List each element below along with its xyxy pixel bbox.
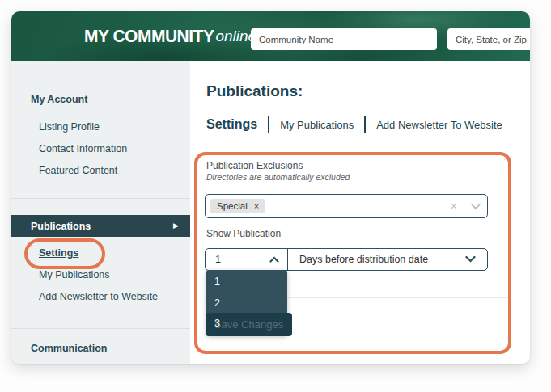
app-body: My Account Listing Profile Contact Infor… xyxy=(11,61,530,364)
tag-remove-icon[interactable]: × xyxy=(254,201,259,211)
chevron-down-icon xyxy=(465,254,476,265)
page-title: Publications: xyxy=(206,82,303,100)
sidebar-item-add-newsletter[interactable]: Add Newsletter to Website xyxy=(39,291,158,302)
brand-logo: MY COMMUNITYonline xyxy=(84,11,256,61)
exclusions-label: Publication Exclusions xyxy=(206,160,303,171)
sidebar-item-contact-information[interactable]: Contact Information xyxy=(39,143,127,154)
brand-title: MY COMMUNITY xyxy=(84,26,214,46)
days-count-value: 1 xyxy=(215,254,221,265)
sidebar-item-publications[interactable]: Publications ▶ xyxy=(11,215,190,237)
sidebar-divider xyxy=(11,328,190,329)
exclusions-multiselect[interactable]: Special × × xyxy=(205,194,488,218)
show-publication-label: Show Publication xyxy=(206,228,281,239)
days-count-select[interactable]: 1 xyxy=(206,249,288,270)
community-name-input[interactable] xyxy=(251,28,437,50)
multiselect-controls: × xyxy=(451,199,481,213)
multiselect-divider xyxy=(464,200,464,213)
sidebar-item-listing-profile[interactable]: Listing Profile xyxy=(39,121,100,133)
sidebar-item-communication[interactable]: Communication xyxy=(31,343,107,354)
days-unit-select[interactable]: Days before distribution date xyxy=(288,249,487,270)
show-publication-controls: 1 Days before distribution date xyxy=(205,248,488,271)
tab-my-publications[interactable]: My Publications xyxy=(280,119,354,131)
publications-label: Publications xyxy=(31,221,173,232)
sidebar-item-my-publications[interactable]: My Publications xyxy=(39,269,110,280)
dropdown-option-3[interactable]: 3 xyxy=(214,318,220,329)
sidebar: My Account Listing Profile Contact Infor… xyxy=(11,61,190,364)
clear-all-icon[interactable]: × xyxy=(451,200,457,212)
chevron-up-icon xyxy=(269,254,279,265)
tab-bar: Settings My Publications Add Newsletter … xyxy=(206,116,502,133)
location-placeholder: City, State, or Zip xyxy=(456,35,527,44)
location-input[interactable]: City, State, or Zip(Requir xyxy=(447,28,530,50)
dropdown-option-1[interactable]: 1 xyxy=(206,270,287,292)
excluded-tag-label: Special xyxy=(217,201,248,211)
app-card: MY COMMUNITYonline City, State, or Zip(R… xyxy=(11,11,530,364)
tab-settings[interactable]: Settings xyxy=(206,117,257,132)
tab-separator xyxy=(268,116,269,133)
sidebar-item-featured-content[interactable]: Featured Content xyxy=(39,165,117,176)
exclusions-note: Directories are automatically excluded xyxy=(206,172,350,182)
days-unit-value: Days before distribution date xyxy=(299,254,428,265)
tab-separator xyxy=(364,116,366,133)
dropdown-option-2[interactable]: 2 xyxy=(206,292,287,314)
app-window: MY COMMUNITYonline City, State, or Zip(R… xyxy=(0,0,551,392)
expand-arrow-icon: ▶ xyxy=(173,222,179,230)
excluded-tag: Special × xyxy=(210,199,265,213)
chevron-down-icon[interactable] xyxy=(471,199,481,213)
tab-add-newsletter[interactable]: Add Newsletter To Website xyxy=(376,119,502,131)
main-content: Publications: Settings My Publications A… xyxy=(190,61,530,364)
app-header: MY COMMUNITYonline City, State, or Zip(R… xyxy=(11,11,530,61)
sidebar-item-my-account[interactable]: My Account xyxy=(31,94,87,105)
sidebar-item-settings[interactable]: Settings xyxy=(39,247,78,259)
sidebar-divider xyxy=(11,198,190,199)
